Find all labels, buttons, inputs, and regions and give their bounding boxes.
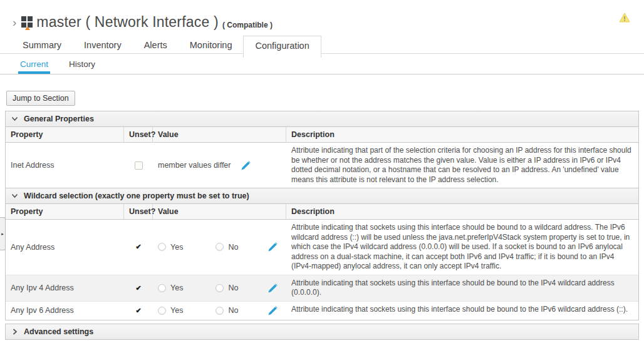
col-header-property: Property xyxy=(6,204,124,219)
unset-checkbox[interactable] xyxy=(135,161,143,170)
radio-option-no[interactable]: No xyxy=(216,306,238,315)
property-label: Inet Address xyxy=(6,143,124,188)
property-description: Attribute indicating that sockets using … xyxy=(286,302,638,320)
wildcard-table-header: Property Unset? Value Description xyxy=(6,204,638,220)
radio-option-yes[interactable]: Yes xyxy=(158,306,183,315)
col-header-property: Property xyxy=(6,127,124,142)
section-title: Advanced settings xyxy=(24,327,93,336)
radio-button-icon[interactable] xyxy=(216,307,224,315)
edit-pencil-icon[interactable] xyxy=(267,282,279,294)
radio-label: Yes xyxy=(170,306,183,315)
radio-option-no[interactable]: No xyxy=(216,284,238,292)
chevron-down-icon xyxy=(11,193,18,199)
configuration-content: Jump to Section General Properties Prope… xyxy=(0,74,644,340)
col-header-value: Value xyxy=(153,127,286,142)
table-row-any-ipv4-address: Any Ipv 4 Address ✔ Yes No Attribute ind xyxy=(6,275,638,302)
tab-inventory[interactable]: Inventory xyxy=(73,36,133,54)
col-header-value: Value xyxy=(153,204,286,219)
tab-monitoring[interactable]: Monitoring xyxy=(179,36,244,54)
radio-button-icon[interactable] xyxy=(216,284,224,292)
col-header-unset: Unset? xyxy=(124,204,153,219)
chevron-down-icon xyxy=(11,116,18,122)
property-description: Attribute indicating that part of the se… xyxy=(286,143,638,188)
jump-to-section-button[interactable]: Jump to Section xyxy=(6,91,75,106)
section-title: General Properties xyxy=(24,115,94,123)
side-panel-expander[interactable]: ▸ xyxy=(0,217,6,250)
section-header-general-properties[interactable]: General Properties xyxy=(6,111,638,127)
chevron-right-icon xyxy=(11,329,18,335)
page-title: master ( Network Interface ) xyxy=(36,14,219,31)
sub-tab-bar: Current History xyxy=(0,54,644,74)
edit-pencil-icon[interactable] xyxy=(240,160,252,171)
radio-button-icon[interactable] xyxy=(158,284,166,292)
tab-configuration[interactable]: Configuration xyxy=(243,36,321,58)
advanced-settings-block: Advanced settings xyxy=(5,324,639,340)
page-header: › master ( Network Interface ) ( Compati… xyxy=(0,0,644,36)
subtab-current[interactable]: Current xyxy=(18,59,50,74)
section-title: Wildcard selection (exactly one property… xyxy=(24,192,249,200)
value-text: member values differ xyxy=(158,161,231,170)
property-label: Any Ipv 4 Address xyxy=(6,275,124,301)
radio-label: Yes xyxy=(170,284,183,292)
table-row-inet-address: Inet Address member values differ Attrib… xyxy=(6,143,638,188)
radio-option-yes[interactable]: Yes xyxy=(158,284,183,292)
radio-label: No xyxy=(228,306,238,315)
unset-checkmark-icon: ✔ xyxy=(135,243,141,250)
property-description: Attribute indicating that sockets using … xyxy=(286,275,638,301)
col-header-description: Description xyxy=(286,204,638,219)
col-header-description: Description xyxy=(286,127,638,142)
section-header-wildcard-selection[interactable]: Wildcard selection (exactly one property… xyxy=(6,188,638,204)
table-row-any-address: Any Address ✔ Yes No Attribute indicatin xyxy=(6,220,638,275)
property-description: Attribute indicating that sockets using … xyxy=(286,220,638,275)
property-label: Any Ipv 6 Address xyxy=(6,302,124,320)
radio-option-no[interactable]: No xyxy=(216,243,238,252)
warning-badge-icon xyxy=(25,26,30,30)
breadcrumb-collapse-icon[interactable]: › xyxy=(13,16,16,28)
table-row-any-ipv6-address: Any Ipv 6 Address ✔ Yes No Attribute ind xyxy=(6,302,638,320)
main-tab-bar: Summary Inventory Alerts Monitoring Conf… xyxy=(0,36,644,54)
general-table-header: Property Unset? Value Description xyxy=(6,127,638,143)
subtab-history[interactable]: History xyxy=(67,59,97,74)
radio-label: No xyxy=(228,243,238,252)
unset-checkmark-icon: ✔ xyxy=(135,307,141,314)
expander-arrow-icon: ▸ xyxy=(1,232,4,236)
tab-summary[interactable]: Summary xyxy=(11,36,73,54)
col-header-unset: Unset? xyxy=(124,127,153,142)
page-subtitle: ( Compatible ) xyxy=(222,16,273,29)
edit-pencil-icon[interactable] xyxy=(267,241,279,253)
radio-option-yes[interactable]: Yes xyxy=(158,243,183,252)
unset-checkmark-icon: ✔ xyxy=(135,285,141,292)
radio-button-icon[interactable] xyxy=(216,243,224,251)
properties-section-block: General Properties Property Unset? Value… xyxy=(5,111,639,320)
tab-alerts[interactable]: Alerts xyxy=(133,36,179,54)
radio-label: Yes xyxy=(170,243,183,252)
network-interface-group-icon xyxy=(21,16,33,28)
warning-icon[interactable] xyxy=(619,13,630,23)
radio-button-icon[interactable] xyxy=(158,307,166,315)
section-header-advanced-settings[interactable]: Advanced settings xyxy=(6,324,638,339)
edit-pencil-icon[interactable] xyxy=(267,305,279,317)
radio-label: No xyxy=(228,284,238,292)
radio-button-icon[interactable] xyxy=(158,243,166,251)
property-label: Any Address xyxy=(6,220,124,275)
